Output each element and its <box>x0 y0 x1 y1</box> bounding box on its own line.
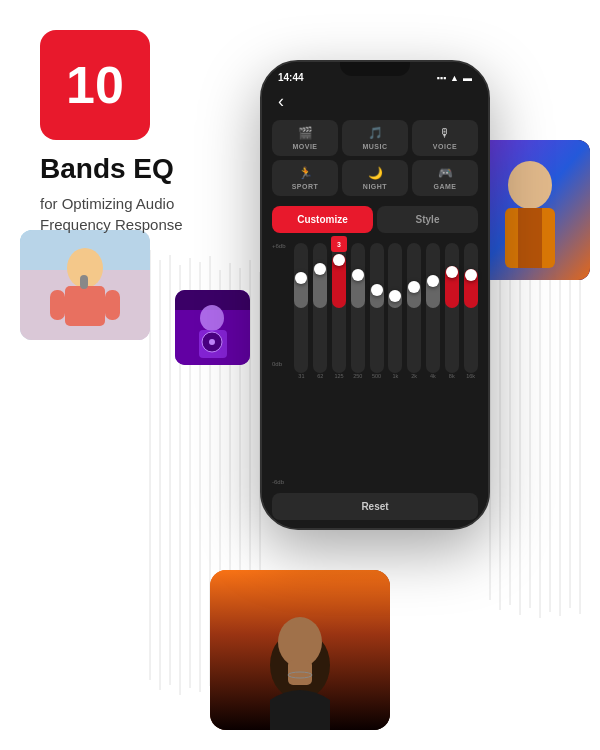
photo-singer <box>20 230 150 340</box>
eq-bar-1[interactable] <box>313 243 328 373</box>
svg-point-34 <box>209 339 215 345</box>
svg-rect-39 <box>518 208 542 268</box>
freq-label-5: 1k <box>388 373 403 379</box>
wifi-icon: ▲ <box>450 73 459 83</box>
eq-bar-2[interactable]: 3 <box>332 243 347 373</box>
freq-label-0: 31 <box>294 373 309 379</box>
eq-knob-2[interactable]: 3 <box>333 254 345 266</box>
mode-voice-label: VOICE <box>433 143 457 150</box>
svg-point-42 <box>278 617 322 667</box>
photo-portrait <box>210 570 390 730</box>
back-button[interactable]: ‹ <box>262 87 488 116</box>
game-icon: 🎮 <box>438 166 453 180</box>
sport-icon: 🏃 <box>298 166 313 180</box>
db-plus6: +6db <box>272 243 286 249</box>
status-icons: ▪▪▪ ▲ ▬ <box>437 73 473 83</box>
eq-knob-4[interactable] <box>371 284 383 296</box>
eq-freq-labels: 31621252505001k2k4k8k16k <box>294 373 478 383</box>
voice-icon: 🎙 <box>439 126 451 140</box>
freq-label-2: 125 <box>332 373 347 379</box>
svg-rect-25 <box>65 286 105 326</box>
eq-knob-3[interactable] <box>352 269 364 281</box>
eq-visualizer: +6db 0db -6db 3 31621252505001k2k4k8k16k <box>262 239 488 489</box>
eq-bar-0[interactable] <box>294 243 309 373</box>
badge-subtitle: for Optimizing Audio Frequency Response <box>40 193 183 235</box>
phone-screen: 14:44 ▪▪▪ ▲ ▬ ‹ 🎬 MOVIE 🎵 MUSIC <box>262 62 488 528</box>
phone-frame: 14:44 ▪▪▪ ▲ ▬ ‹ 🎬 MOVIE 🎵 MUSIC <box>260 60 490 530</box>
badge-title: Bands EQ <box>40 154 183 185</box>
svg-point-31 <box>200 305 224 331</box>
status-time: 14:44 <box>278 72 304 83</box>
mode-movie[interactable]: 🎬 MOVIE <box>272 120 338 156</box>
signal-icon: ▪▪▪ <box>437 73 447 83</box>
phone-mockup: 14:44 ▪▪▪ ▲ ▬ ‹ 🎬 MOVIE 🎵 MUSIC <box>260 60 490 530</box>
freq-label-9: 16k <box>463 373 478 379</box>
mode-sport-label: SPORT <box>292 183 319 190</box>
eq-db-labels: +6db 0db -6db <box>272 239 286 489</box>
photo-dj <box>175 290 250 365</box>
music-icon: 🎵 <box>368 126 383 140</box>
svg-rect-28 <box>80 275 88 289</box>
eq-modes-grid: 🎬 MOVIE 🎵 MUSIC 🎙 VOICE 🏃 SPORT 🌙 <box>262 116 488 200</box>
svg-rect-27 <box>105 290 120 320</box>
freq-label-1: 62 <box>313 373 328 379</box>
mode-movie-label: MOVIE <box>292 143 317 150</box>
eq-bars-area: 3 <box>294 243 478 373</box>
mode-voice[interactable]: 🎙 VOICE <box>412 120 478 156</box>
freq-label-8: 8k <box>444 373 459 379</box>
tab-customize[interactable]: Customize <box>272 206 373 233</box>
eq-knob-9[interactable] <box>465 269 477 281</box>
reset-button[interactable]: Reset <box>272 493 478 520</box>
freq-label-6: 2k <box>407 373 422 379</box>
eq-knob-6[interactable] <box>408 281 420 293</box>
db-minus6: -6db <box>272 479 286 485</box>
movie-icon: 🎬 <box>298 126 313 140</box>
eq-tabs-row: Customize Style <box>262 200 488 239</box>
eq-badge-2: 3 <box>331 236 347 252</box>
mode-game[interactable]: 🎮 GAME <box>412 160 478 196</box>
mode-sport[interactable]: 🏃 SPORT <box>272 160 338 196</box>
hero-badge-container: 10 Bands EQ for Optimizing Audio Frequen… <box>40 30 183 235</box>
badge-number: 10 <box>40 30 150 140</box>
battery-icon: ▬ <box>463 73 472 83</box>
eq-bar-8[interactable] <box>444 243 459 373</box>
eq-knob-0[interactable] <box>295 272 307 284</box>
eq-bar-5[interactable] <box>388 243 403 373</box>
freq-label-3: 250 <box>350 373 365 379</box>
eq-bar-6[interactable] <box>407 243 422 373</box>
mode-music-label: MUSIC <box>362 143 387 150</box>
eq-knob-8[interactable] <box>446 266 458 278</box>
eq-knob-7[interactable] <box>427 275 439 287</box>
freq-label-7: 4k <box>426 373 441 379</box>
mode-night[interactable]: 🌙 NIGHT <box>342 160 408 196</box>
eq-bar-9[interactable] <box>463 243 478 373</box>
tab-style[interactable]: Style <box>377 206 478 233</box>
eq-bar-4[interactable] <box>369 243 384 373</box>
night-icon: 🌙 <box>368 166 383 180</box>
svg-rect-26 <box>50 290 65 320</box>
svg-point-37 <box>508 161 552 209</box>
mode-night-label: NIGHT <box>363 183 387 190</box>
eq-bar-7[interactable] <box>426 243 441 373</box>
phone-notch <box>340 62 410 76</box>
eq-bar-3[interactable] <box>350 243 365 373</box>
mode-music[interactable]: 🎵 MUSIC <box>342 120 408 156</box>
eq-knob-1[interactable] <box>314 263 326 275</box>
db-zero: 0db <box>272 361 286 367</box>
freq-label-4: 500 <box>369 373 384 379</box>
eq-knob-5[interactable] <box>389 290 401 302</box>
mode-game-label: GAME <box>434 183 457 190</box>
